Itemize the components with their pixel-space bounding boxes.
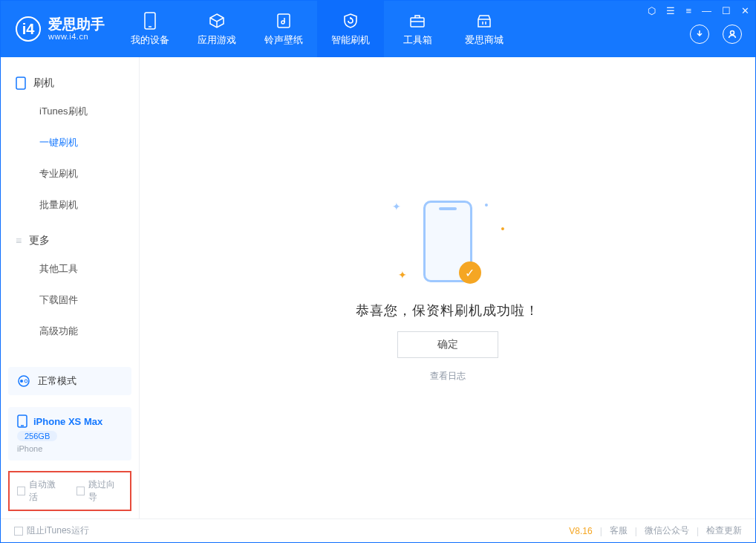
app-name: 爱思助手	[48, 17, 105, 33]
tab-label: 应用游戏	[198, 33, 236, 47]
group-title-label: 刷机	[33, 77, 54, 90]
tab-apps[interactable]: 应用游戏	[183, 1, 250, 57]
device-card[interactable]: iPhone XS Max 256GB iPhone	[8, 407, 131, 461]
tab-store[interactable]: 爱思商城	[451, 1, 518, 57]
tab-label: 我的设备	[131, 33, 169, 47]
sparkle-icon: •	[485, 199, 489, 211]
toolbox-icon	[408, 12, 426, 30]
separator: |	[600, 526, 602, 536]
maximize-icon[interactable]: ☐	[722, 5, 731, 16]
tab-toolbox[interactable]: 工具箱	[384, 1, 451, 57]
sidebar: 刷机 iTunes刷机 一键刷机 专业刷机 批量刷机 ≡ 更多 其他工具 下载固…	[1, 57, 140, 518]
wechat-link[interactable]: 微信公众号	[645, 524, 689, 537]
sidebar-item-oneclick-flash[interactable]: 一键刷机	[1, 127, 139, 158]
group-title-label: 更多	[29, 234, 50, 247]
more-icon: ≡	[16, 235, 22, 247]
menu-icon[interactable]: ≡	[685, 5, 691, 16]
tab-label: 爱思商城	[465, 33, 504, 47]
success-check-icon: ✓	[459, 261, 481, 284]
sidebar-item-advanced[interactable]: 高级功能	[1, 316, 139, 347]
svg-rect-8	[16, 77, 25, 89]
refresh-shield-icon	[342, 12, 359, 30]
tab-label: 智能刷机	[331, 33, 370, 47]
close-icon[interactable]: ✕	[741, 5, 749, 16]
window-controls: ⬡ ☰ ≡ — ☐ ✕	[648, 5, 749, 16]
tab-ringtones[interactable]: 铃声壁纸	[250, 1, 317, 57]
tab-flash[interactable]: 智能刷机	[317, 1, 384, 57]
main-panel: ✦ • ✦ • ✓ 恭喜您，保资料刷机成功啦！ 确定 查看日志	[140, 57, 755, 518]
flash-options-row: 自动激活 跳过向导	[8, 471, 131, 511]
download-icon[interactable]	[690, 25, 709, 44]
sidebar-item-batch-flash[interactable]: 批量刷机	[1, 189, 139, 221]
tab-my-device[interactable]: 我的设备	[117, 1, 183, 57]
device-type-label: iPhone	[17, 444, 42, 453]
status-bar: 阻止iTunes运行 V8.16 | 客服 | 微信公众号 | 检查更新	[1, 518, 755, 542]
checkbox-label: 阻止iTunes运行	[27, 524, 89, 537]
device-name-label: iPhone XS Max	[33, 416, 102, 427]
app-url: www.i4.cn	[48, 32, 105, 41]
minimize-icon[interactable]: —	[702, 5, 711, 16]
storage-badge: 256GB	[17, 431, 57, 441]
mode-label: 正常模式	[38, 374, 76, 388]
cube-icon	[208, 12, 226, 30]
sidebar-group-flash: 刷机	[1, 71, 139, 96]
store-icon	[475, 12, 493, 30]
skip-guide-checkbox[interactable]: 跳过向导	[76, 478, 123, 504]
app-header: i4 爱思助手 www.i4.cn 我的设备 应用游戏 铃声壁纸 智能刷机 工具…	[1, 1, 755, 57]
app-logo: i4 爱思助手 www.i4.cn	[1, 16, 117, 42]
tab-label: 工具箱	[403, 33, 432, 47]
header-right-icons	[690, 25, 742, 44]
checkbox-label: 跳过向导	[88, 478, 123, 504]
tab-label: 铃声壁纸	[264, 33, 303, 47]
success-message: 恭喜您，保资料刷机成功啦！	[356, 302, 539, 319]
support-link[interactable]: 客服	[610, 524, 628, 537]
tshirt-icon[interactable]: ⬡	[648, 5, 656, 16]
svg-point-3	[281, 21, 284, 24]
header-tabs: 我的设备 应用游戏 铃声壁纸 智能刷机 工具箱 爱思商城	[117, 1, 518, 57]
separator: |	[635, 526, 637, 536]
music-file-icon	[275, 12, 293, 30]
phone-icon	[16, 77, 26, 90]
sidebar-item-itunes-flash[interactable]: iTunes刷机	[1, 96, 139, 127]
phone-icon	[17, 414, 27, 428]
ok-button[interactable]: 确定	[397, 331, 498, 358]
block-itunes-checkbox[interactable]: 阻止iTunes运行	[14, 524, 89, 537]
svg-point-7	[731, 31, 734, 35]
sparkle-icon: ✦	[398, 269, 407, 281]
separator: |	[697, 526, 699, 536]
version-label: V8.16	[569, 526, 592, 536]
logo-icon: i4	[16, 16, 41, 42]
sidebar-group-more: ≡ 更多	[1, 228, 139, 253]
device-icon	[141, 12, 159, 30]
device-mode-card[interactable]: 正常模式	[8, 367, 131, 395]
check-update-link[interactable]: 检查更新	[706, 524, 742, 537]
auto-activate-checkbox[interactable]: 自动激活	[17, 478, 63, 504]
checkbox-label: 自动激活	[29, 478, 63, 504]
mode-icon	[17, 374, 30, 388]
svg-rect-4	[411, 18, 424, 27]
success-illustration: ✦ • ✦ • ✓	[385, 193, 511, 290]
list-icon[interactable]: ☰	[666, 5, 675, 16]
sidebar-item-download-firmware[interactable]: 下载固件	[1, 284, 139, 316]
app-body: 刷机 iTunes刷机 一键刷机 专业刷机 批量刷机 ≡ 更多 其他工具 下载固…	[1, 57, 755, 518]
view-log-link[interactable]: 查看日志	[430, 370, 466, 383]
svg-point-10	[20, 380, 23, 383]
svg-point-11	[25, 380, 27, 383]
sidebar-item-other-tools[interactable]: 其他工具	[1, 253, 139, 284]
user-icon[interactable]	[723, 25, 742, 44]
sparkle-icon: •	[501, 223, 505, 235]
sparkle-icon: ✦	[392, 201, 401, 212]
sidebar-item-pro-flash[interactable]: 专业刷机	[1, 158, 139, 189]
